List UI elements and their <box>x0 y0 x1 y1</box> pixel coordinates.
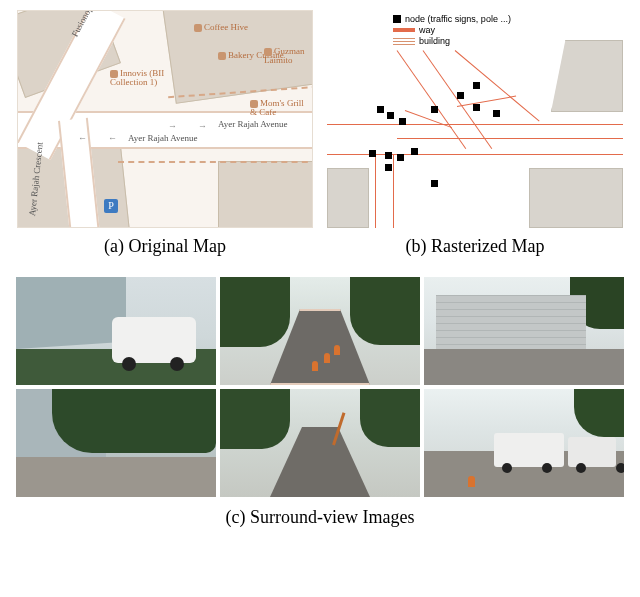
rast-node <box>385 164 392 171</box>
map-poi: Mom's Grill & Cafe <box>250 99 312 117</box>
camera-back-left <box>16 389 216 497</box>
figure-2: Coffee Hive Bakery Cuisine Guzman Laimit… <box>10 10 630 528</box>
rast-node <box>431 180 438 187</box>
rast-node <box>457 92 464 99</box>
parking-icon: P <box>104 199 118 213</box>
traffic-cone-icon <box>334 345 340 355</box>
legend-label: node (traffic signs, pole ...) <box>405 14 511 24</box>
rast-way <box>397 50 467 149</box>
rast-node <box>399 118 406 125</box>
tree-icon <box>360 389 420 447</box>
traffic-cone-icon <box>468 476 475 487</box>
map-arrow-icon: → <box>168 121 177 131</box>
map-poi-label: Innovis (BII Collection 1) <box>110 68 164 87</box>
panel-original-map: Coffee Hive Bakery Cuisine Guzman Laimit… <box>17 10 313 257</box>
rast-node <box>431 106 438 113</box>
rast-node <box>493 110 500 117</box>
tree-icon <box>220 389 290 449</box>
rast-building <box>327 168 369 228</box>
rast-node <box>473 104 480 111</box>
map-arrow-icon: → <box>198 121 207 131</box>
legend-row-building: building <box>393 36 511 46</box>
legend-row-way: way <box>393 25 511 35</box>
rast-building <box>551 40 623 112</box>
map-building <box>218 161 313 228</box>
legend-swatch-way <box>393 28 415 32</box>
panel-rasterized-map: node (traffic signs, pole ...) way build… <box>327 10 623 257</box>
vehicle-icon <box>494 433 564 467</box>
tree-icon <box>220 277 290 347</box>
rast-way <box>397 138 623 139</box>
rast-node <box>397 154 404 161</box>
caption-a: (a) Original Map <box>104 236 226 257</box>
rast-way <box>375 154 376 228</box>
map-poi: Coffee Hive <box>194 23 248 32</box>
original-map-image: Coffee Hive Bakery Cuisine Guzman Laimit… <box>17 10 313 228</box>
rast-way <box>423 50 493 149</box>
vehicle-icon <box>112 317 196 363</box>
camera-front <box>220 277 420 385</box>
building-icon <box>436 295 586 351</box>
road-surface <box>16 457 216 497</box>
tree-icon <box>52 389 216 453</box>
rast-building <box>529 168 623 228</box>
rast-node <box>387 112 394 119</box>
legend-row-node: node (traffic signs, pole ...) <box>393 14 511 24</box>
rast-way <box>457 96 516 107</box>
rast-node <box>369 150 376 157</box>
map-path <box>118 161 313 163</box>
caption-b: (b) Rasterized Map <box>406 236 545 257</box>
traffic-cone-icon <box>324 353 330 363</box>
map-poi: Guzman Laimito <box>264 47 312 65</box>
map-arrow-icon: ← <box>78 133 87 143</box>
legend-label: way <box>419 25 435 35</box>
map-poi-label: Coffee Hive <box>204 22 248 32</box>
top-panel-row: Coffee Hive Bakery Cuisine Guzman Laimit… <box>10 10 630 257</box>
building-icon <box>16 277 126 349</box>
tree-icon <box>350 277 420 345</box>
caption-c: (c) Surround-view Images <box>16 507 624 528</box>
traffic-cone-icon <box>312 361 318 371</box>
rasterized-map-image: node (traffic signs, pole ...) way build… <box>327 10 623 228</box>
rast-way <box>393 154 394 228</box>
camera-front-right <box>424 277 624 385</box>
panel-surround-view: (c) Surround-view Images <box>16 277 624 528</box>
vehicle-icon <box>568 437 616 467</box>
legend-label: building <box>419 36 450 46</box>
camera-back-right <box>424 389 624 497</box>
map-street-label: Ayer Rajah Avenue <box>218 119 287 129</box>
map-poi-label: Mom's Grill & Cafe <box>250 98 304 117</box>
legend-swatch-node <box>393 15 401 23</box>
rast-node <box>385 152 392 159</box>
rast-node <box>473 82 480 89</box>
map-street-label: Ayer Rajah Avenue <box>128 133 197 143</box>
rasterized-legend: node (traffic signs, pole ...) way build… <box>393 14 511 47</box>
map-arrow-icon: ← <box>108 133 117 143</box>
rast-node <box>377 106 384 113</box>
road-surface <box>424 349 624 385</box>
rast-node <box>411 148 418 155</box>
legend-swatch-building <box>393 37 415 45</box>
camera-front-left <box>16 277 216 385</box>
map-poi: Innovis (BII Collection 1) <box>110 69 190 87</box>
camera-back <box>220 389 420 497</box>
surround-grid <box>16 277 624 497</box>
